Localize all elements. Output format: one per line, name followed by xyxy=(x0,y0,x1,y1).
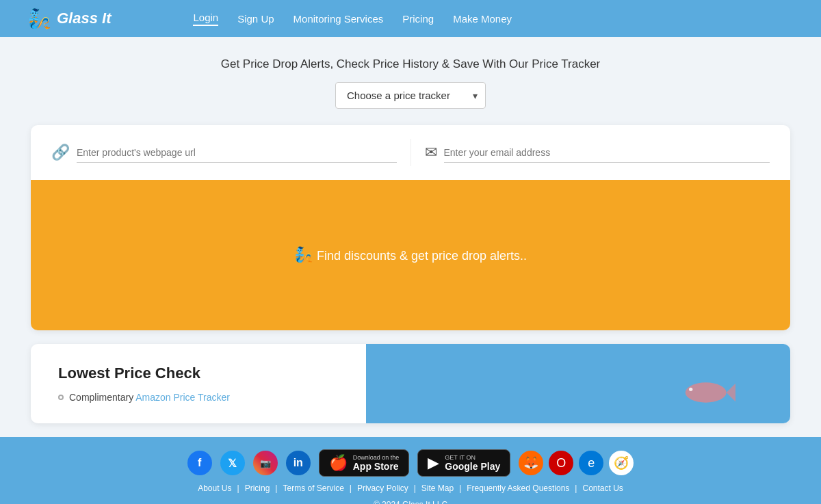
second-card-left: Lowest Price Check Complimentary Amazon … xyxy=(31,344,366,423)
price-tracker-select-wrapper: Choose a price tracker Amazon Price Trac… xyxy=(335,82,486,109)
safari-icon[interactable]: 🧭 xyxy=(609,451,634,475)
apple-icon: 🍎 xyxy=(329,454,348,472)
firefox-icon[interactable]: 🦊 xyxy=(519,451,543,475)
input-divider xyxy=(410,139,411,166)
nav-pricing[interactable]: Pricing xyxy=(402,13,434,25)
google-play-icon: ▶ xyxy=(428,454,439,472)
second-card-right xyxy=(366,344,790,423)
edge-icon[interactable]: e xyxy=(579,451,603,475)
footer-link-contact[interactable]: Contact Us xyxy=(582,483,623,493)
promo-text: 🧞Find discounts & get price drop alerts.… xyxy=(294,246,527,264)
email-input[interactable] xyxy=(444,143,770,163)
nav-signup[interactable]: Sign Up xyxy=(237,13,274,25)
facebook-icon[interactable]: f xyxy=(187,451,212,475)
promo-emoji: 🧞 xyxy=(294,246,313,263)
svg-point-2 xyxy=(689,388,692,391)
google-play-text: GET IT ON Google Play xyxy=(445,454,500,472)
app-store-text: Download on the App Store xyxy=(353,454,400,472)
footer-link-sitemap[interactable]: Site Map xyxy=(421,483,454,493)
logo-icon: 🧞 xyxy=(27,8,51,30)
navbar: 🧞 Glass It Login Sign Up Monitoring Serv… xyxy=(0,0,821,37)
orange-promo-section: 🧞Find discounts & get price drop alerts.… xyxy=(31,180,790,330)
nav-monitoring[interactable]: Monitoring Services xyxy=(294,13,384,25)
second-card: Lowest Price Check Complimentary Amazon … xyxy=(31,344,790,423)
email-input-group: ✉ xyxy=(425,143,770,163)
nav-links: Login Sign Up Monitoring Services Pricin… xyxy=(193,12,512,26)
nav-login[interactable]: Login xyxy=(193,12,218,26)
app-store-badge[interactable]: 🍎 Download on the App Store xyxy=(319,449,410,477)
logo[interactable]: 🧞 Glass It xyxy=(27,8,111,30)
footer: f 𝕏 📷 in 🍎 Download on the App Store ▶ G… xyxy=(0,437,821,504)
twitter-icon[interactable]: 𝕏 xyxy=(220,451,245,475)
instagram-icon[interactable]: 📷 xyxy=(253,451,278,475)
linkedin-icon[interactable]: in xyxy=(286,451,311,475)
footer-link-privacy[interactable]: Privacy Policy xyxy=(357,483,408,493)
second-card-title: Lowest Price Check xyxy=(58,364,339,382)
svg-point-0 xyxy=(686,382,727,402)
link-icon: 🔗 xyxy=(51,144,70,161)
opera-icon[interactable]: O xyxy=(549,451,573,475)
email-icon: ✉ xyxy=(425,144,437,161)
amazon-link[interactable]: Amazon Price Tracker xyxy=(135,392,230,403)
nav-make-money[interactable]: Make Money xyxy=(453,13,512,25)
url-input-group: 🔗 xyxy=(51,143,397,163)
footer-links: About Us | Pricing | Terms of Service | … xyxy=(198,483,623,493)
svg-marker-1 xyxy=(727,384,735,402)
footer-social-row: f 𝕏 📷 in 🍎 Download on the App Store ▶ G… xyxy=(187,449,634,477)
footer-link-faq[interactable]: Frequently Asked Questions xyxy=(467,483,569,493)
item-text: Complimentary Amazon Price Tracker xyxy=(69,392,230,403)
browser-icons-row: 🦊 O e 🧭 xyxy=(519,451,634,475)
fish-illustration xyxy=(681,375,735,410)
main-content: Get Price Drop Alerts, Check Price Histo… xyxy=(0,37,821,437)
footer-copyright: © 2024 Glass It LLC xyxy=(374,500,447,504)
card-inputs: 🔗 ✉ xyxy=(31,125,790,180)
footer-link-about[interactable]: About Us xyxy=(198,483,231,493)
page-headline: Get Price Drop Alerts, Check Price Histo… xyxy=(221,57,601,71)
logo-text: Glass It xyxy=(57,10,111,27)
footer-link-tos[interactable]: Terms of Service xyxy=(283,483,343,493)
price-tracker-select[interactable]: Choose a price tracker Amazon Price Trac… xyxy=(335,82,486,109)
bullet-icon xyxy=(58,395,64,400)
list-item: Complimentary Amazon Price Tracker xyxy=(58,392,339,403)
footer-link-pricing[interactable]: Pricing xyxy=(245,483,270,493)
google-play-badge[interactable]: ▶ GET IT ON Google Play xyxy=(417,449,510,477)
url-input[interactable] xyxy=(77,143,397,163)
main-card: 🔗 ✉ 🧞Find discounts & get price drop ale… xyxy=(31,125,790,330)
